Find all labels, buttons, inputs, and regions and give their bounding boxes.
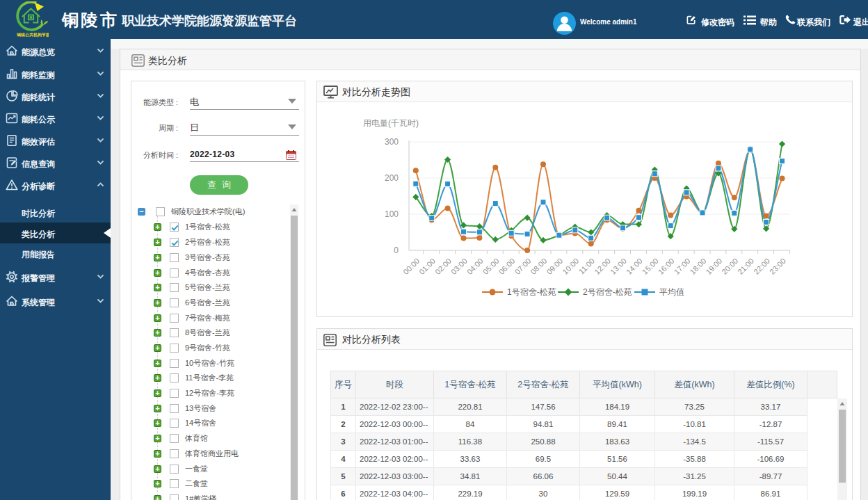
svg-text:18:00: 18:00 xyxy=(688,257,707,276)
svg-text:1号宿舍-松苑: 1号宿舍-松苑 xyxy=(507,287,556,297)
svg-text:03:00: 03:00 xyxy=(449,257,469,276)
svg-text:06:00: 06:00 xyxy=(497,257,517,276)
svg-text:23:00: 23:00 xyxy=(768,257,787,276)
svg-text:05:00: 05:00 xyxy=(481,257,501,276)
svg-text:100: 100 xyxy=(385,209,399,219)
svg-text:11:00: 11:00 xyxy=(577,257,596,275)
svg-text:01:00: 01:00 xyxy=(417,257,437,276)
svg-text:城镇公共机构节能: 城镇公共机构节能 xyxy=(16,32,49,38)
svg-text:22:00: 22:00 xyxy=(752,257,771,276)
svg-text:平均值: 平均值 xyxy=(659,287,684,297)
svg-text:20:00: 20:00 xyxy=(720,257,739,276)
svg-text:2号宿舍-松苑: 2号宿舍-松苑 xyxy=(583,287,632,297)
svg-text:07:00: 07:00 xyxy=(513,257,533,276)
svg-text:0: 0 xyxy=(394,245,399,255)
svg-text:13:00: 13:00 xyxy=(609,257,628,276)
svg-text:08:00: 08:00 xyxy=(529,257,548,276)
svg-text:用电量(千瓦时): 用电量(千瓦时) xyxy=(363,118,419,128)
svg-text:16:00: 16:00 xyxy=(657,257,676,276)
svg-text:09:00: 09:00 xyxy=(545,257,564,276)
svg-text:200: 200 xyxy=(385,173,399,183)
svg-text:10:00: 10:00 xyxy=(561,257,580,276)
svg-text:12:00: 12:00 xyxy=(593,257,612,276)
svg-text:17:00: 17:00 xyxy=(673,257,692,276)
svg-text:00:00: 00:00 xyxy=(401,257,421,276)
svg-text:300: 300 xyxy=(385,137,399,147)
svg-text:19:00: 19:00 xyxy=(704,257,723,276)
svg-text:04:00: 04:00 xyxy=(465,257,485,276)
svg-text:21:00: 21:00 xyxy=(736,257,755,276)
svg-text:14:00: 14:00 xyxy=(625,257,644,276)
svg-text:02:00: 02:00 xyxy=(433,257,453,276)
svg-text:15:00: 15:00 xyxy=(641,257,660,276)
